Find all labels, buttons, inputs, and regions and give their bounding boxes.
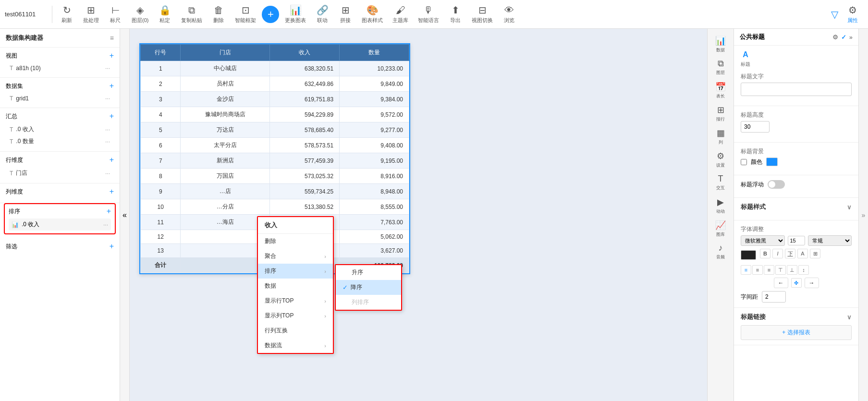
rp-anim-icon[interactable]: ▶ 动动 [710,195,731,216]
sidebar-item-revenue[interactable]: T .0 收入 ··· [6,123,114,135]
sidebar-item-view[interactable]: T a81h (10) ··· [6,63,114,73]
right-expand[interactable]: » [858,29,868,401]
rp-interact-icon[interactable]: T 交互 [710,172,731,193]
select-report-btn[interactable]: + 选择报表 [741,325,852,340]
bold-btn[interactable]: B [760,249,770,258]
rp-settings-icon[interactable]: ⚙ 设置 [710,149,731,170]
view-add-btn[interactable]: + [110,51,114,60]
rp-calendar-icon[interactable]: 📅 表长 [710,80,731,101]
sidebar-item-store[interactable]: T 门店 ··· [6,167,114,179]
title-float-toggle[interactable] [768,180,785,189]
dataset-item-more[interactable]: ··· [105,95,110,102]
refresh-btn[interactable]: ↻ 刷新 [56,2,77,26]
font-color-swatch[interactable] [741,250,756,260]
summary-add-btn[interactable]: + [110,112,114,121]
check-icon[interactable]: ✓ [841,34,846,41]
change-chart-btn[interactable]: 📊 更换图表 [281,2,310,26]
row-item-more[interactable]: ··· [105,170,110,177]
nav-right-btn[interactable]: → [805,278,819,288]
nav-left-btn[interactable]: ← [774,278,788,288]
dataset-add-btn[interactable]: + [110,82,114,90]
revenue-item-more[interactable]: ··· [105,126,110,133]
add-widget-btn[interactable]: + [262,6,279,23]
smart-frame-icon: ⊡ [242,4,250,16]
splice-btn[interactable]: ⊞ 拼接 [335,2,356,26]
sort-asc-label: 升序 [352,268,363,277]
link-btn[interactable]: 🔗 联动 [312,2,333,26]
align-center-icon[interactable]: ≡ [752,265,763,275]
align-left-icon[interactable]: ≡ [741,265,751,275]
collapse-icon[interactable]: ≡ [110,34,114,42]
title-bg-color-swatch[interactable] [766,158,778,166]
menu-item-row-col-swap[interactable]: 行列互换 [258,323,333,338]
rp-audio-icon[interactable]: ♪ 音频 [710,241,731,262]
expand-icon[interactable]: » [849,34,853,41]
summary-section-title: 汇总 [6,112,17,121]
chart-style-btn[interactable]: 🎨 图表样式 [358,2,387,26]
strikethrough-btn[interactable]: A [797,249,808,258]
smart-lang-btn[interactable]: 🎙 智能语言 [414,3,443,26]
layer-btn[interactable]: ◈ 图层(0) [128,2,152,26]
menu-item-delete[interactable]: 删除 [258,234,333,249]
rp-col-icon[interactable]: ▦ 列 [710,126,731,147]
batch-btn[interactable]: ⊞ 批处理 [79,2,103,26]
view-item-more[interactable]: ··· [105,65,110,72]
align-bottom-icon[interactable]: ↕ [798,265,809,275]
export-btn[interactable]: ⬆ 导出 [445,2,466,26]
menu-item-aggregate[interactable]: 聚合 › [258,249,333,264]
border-btn[interactable]: ⊞ [810,249,820,258]
font-size-input[interactable] [788,236,805,245]
title-style-collapse[interactable]: ∨ [847,204,852,211]
view-switch-btn[interactable]: ⊟ 视图切换 [468,2,497,26]
left-collapse[interactable]: « [120,29,130,401]
menu-item-dataflow[interactable]: 数据流 › [258,338,333,353]
properties-btn[interactable]: ⚙ 属性 [842,2,863,26]
lock-btn[interactable]: 🔒 粘定 [154,2,175,26]
sort-desc-item[interactable]: ✓ 降序 [336,280,401,295]
filter-add-btn[interactable]: + [110,242,114,251]
menu-item-data[interactable]: 数据 [258,279,333,293]
align-middle-icon[interactable]: ⊥ [787,265,797,275]
underline-btn[interactable]: 下 [785,249,795,258]
sidebar-item-dataset[interactable]: T grid1 ··· [6,93,114,104]
filter-icon[interactable]: ▽ [829,7,840,22]
context-menu-title: 收入 [265,221,277,229]
title-height-input[interactable] [741,121,770,133]
sidebar-item-quantity[interactable]: T .0 数量 ··· [6,135,114,147]
bar-chart-icon: 📊 [12,221,19,228]
menu-item-show-col-top[interactable]: 显示列TOP › [258,308,333,323]
row-add-btn[interactable]: + [110,156,114,164]
font-family-select[interactable]: 微软雅黑 [741,235,785,246]
theme-btn[interactable]: 🖌 主题库 [389,3,412,26]
font-weight-select[interactable]: 常规 [808,235,852,246]
scale-btn[interactable]: ⊢ 标尺 [105,2,126,26]
copy-paste-btn[interactable]: ⧉ 复制粘贴 [177,3,206,26]
rp-table-icon[interactable]: ⊞ 报行 [710,103,731,124]
gear-icon[interactable]: ⚙ [832,34,838,41]
sort-asc-item[interactable]: 升序 [336,265,401,280]
sort-add-btn[interactable]: + [107,207,111,216]
delete-btn[interactable]: 🗑 删除 [208,3,229,26]
rp-chart2-icon[interactable]: 📈 图库 [710,218,731,239]
title-link-collapse[interactable]: ∨ [847,314,852,321]
rp-data-icon[interactable]: 📊 数据 [710,34,731,55]
col-add-btn[interactable]: + [110,187,114,196]
italic-btn[interactable]: I [772,249,783,258]
align-top-icon[interactable]: ⊤ [775,265,786,275]
letter-spacing-input[interactable] [762,291,786,303]
context-menu-overlay: 收入 删除 聚合 › 排序 › 数据 显示行TOP › [257,216,334,354]
rp-layer-icon[interactable]: ⧉ 图层 [710,57,731,78]
title-bg-checkbox[interactable] [741,159,747,165]
title-text-input[interactable] [741,83,852,96]
smart-frame-btn[interactable]: ⊡ 智能框架 [231,2,260,26]
quantity-item-more[interactable]: ··· [105,138,110,145]
menu-item-sort[interactable]: 排序 › [258,264,333,279]
menu-item-show-row-top[interactable]: 显示行TOP › [258,293,333,308]
align-right-icon[interactable]: ≡ [764,265,774,275]
browse-btn[interactable]: 👁 浏览 [499,3,520,26]
sort-item-revenue[interactable]: 📊 .0 收入 ··· [9,219,111,231]
title-float-inline: 标题浮动 [741,180,852,189]
sort-item-more[interactable]: ··· [103,221,108,228]
nav-center-icon[interactable]: ✤ [791,278,802,288]
audio-icon: ♪ [719,243,723,253]
